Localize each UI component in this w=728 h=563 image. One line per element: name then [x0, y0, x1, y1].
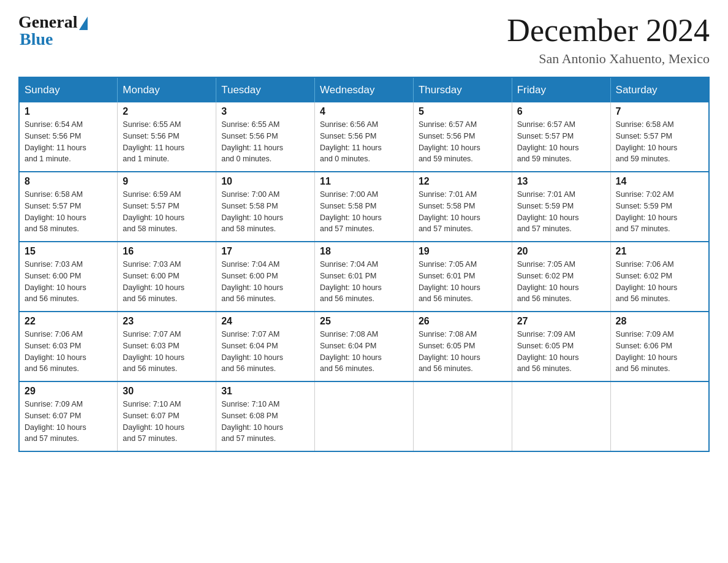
- day-cell: 7Sunrise: 6:58 AMSunset: 5:57 PMDaylight…: [610, 102, 709, 172]
- day-cell: 12Sunrise: 7:01 AMSunset: 5:58 PMDayligh…: [413, 172, 512, 242]
- page-header: General Blue December 2024 San Antonio X…: [18, 12, 710, 67]
- day-cell: 15Sunrise: 7:03 AMSunset: 6:00 PMDayligh…: [19, 242, 118, 312]
- day-cell: [610, 381, 709, 451]
- day-number: 8: [25, 176, 112, 187]
- day-cell: 26Sunrise: 7:08 AMSunset: 6:05 PMDayligh…: [413, 312, 512, 381]
- day-info: Sunrise: 7:00 AMSunset: 5:58 PMDaylight:…: [320, 189, 408, 235]
- day-number: 6: [517, 106, 605, 117]
- calendar-table: SundayMondayTuesdayWednesdayThursdayFrid…: [18, 77, 710, 452]
- location-label: San Antonio Xahuento, Mexico: [507, 51, 710, 67]
- day-number: 10: [221, 176, 309, 187]
- day-cell: 31Sunrise: 7:10 AMSunset: 6:08 PMDayligh…: [216, 381, 315, 451]
- day-cell: 22Sunrise: 7:06 AMSunset: 6:03 PMDayligh…: [19, 312, 118, 381]
- day-info: Sunrise: 6:55 AMSunset: 5:56 PMDaylight:…: [123, 119, 211, 165]
- day-cell: 4Sunrise: 6:56 AMSunset: 5:56 PMDaylight…: [315, 102, 414, 172]
- day-number: 27: [517, 316, 605, 327]
- day-cell: 19Sunrise: 7:05 AMSunset: 6:01 PMDayligh…: [413, 242, 512, 312]
- week-row-5: 29Sunrise: 7:09 AMSunset: 6:07 PMDayligh…: [19, 381, 709, 451]
- day-info: Sunrise: 6:58 AMSunset: 5:57 PMDaylight:…: [616, 119, 703, 165]
- month-title: December 2024: [507, 12, 710, 48]
- day-info: Sunrise: 7:04 AMSunset: 6:01 PMDaylight:…: [320, 259, 408, 305]
- col-header-sunday: Sunday: [19, 77, 118, 102]
- day-number: 5: [419, 106, 507, 117]
- day-number: 1: [25, 106, 112, 117]
- week-row-4: 22Sunrise: 7:06 AMSunset: 6:03 PMDayligh…: [19, 312, 709, 381]
- day-info: Sunrise: 7:06 AMSunset: 6:03 PMDaylight:…: [25, 329, 112, 375]
- day-number: 25: [320, 316, 408, 327]
- day-number: 24: [221, 316, 309, 327]
- day-cell: [315, 381, 414, 451]
- day-info: Sunrise: 7:01 AMSunset: 5:58 PMDaylight:…: [419, 189, 507, 235]
- week-row-2: 8Sunrise: 6:58 AMSunset: 5:57 PMDaylight…: [19, 172, 709, 242]
- day-info: Sunrise: 7:08 AMSunset: 6:05 PMDaylight:…: [419, 329, 507, 375]
- day-number: 31: [221, 386, 309, 397]
- day-cell: 2Sunrise: 6:55 AMSunset: 5:56 PMDaylight…: [118, 102, 216, 172]
- day-info: Sunrise: 7:07 AMSunset: 6:04 PMDaylight:…: [221, 329, 309, 375]
- day-info: Sunrise: 7:01 AMSunset: 5:59 PMDaylight:…: [517, 189, 605, 235]
- day-number: 9: [123, 176, 211, 187]
- day-info: Sunrise: 6:59 AMSunset: 5:57 PMDaylight:…: [123, 189, 211, 235]
- day-cell: 13Sunrise: 7:01 AMSunset: 5:59 PMDayligh…: [512, 172, 610, 242]
- day-number: 13: [517, 176, 605, 187]
- day-number: 18: [320, 246, 408, 257]
- logo: General Blue: [18, 12, 88, 49]
- day-cell: 8Sunrise: 6:58 AMSunset: 5:57 PMDaylight…: [19, 172, 118, 242]
- logo-blue-text: Blue: [20, 29, 53, 49]
- day-number: 19: [419, 246, 507, 257]
- day-cell: 25Sunrise: 7:08 AMSunset: 6:04 PMDayligh…: [315, 312, 414, 381]
- col-header-tuesday: Tuesday: [216, 77, 315, 102]
- day-cell: 10Sunrise: 7:00 AMSunset: 5:58 PMDayligh…: [216, 172, 315, 242]
- day-cell: 14Sunrise: 7:02 AMSunset: 5:59 PMDayligh…: [610, 172, 709, 242]
- day-cell: [512, 381, 610, 451]
- day-cell: 21Sunrise: 7:06 AMSunset: 6:02 PMDayligh…: [610, 242, 709, 312]
- day-info: Sunrise: 7:06 AMSunset: 6:02 PMDaylight:…: [616, 259, 703, 305]
- day-cell: 9Sunrise: 6:59 AMSunset: 5:57 PMDaylight…: [118, 172, 216, 242]
- day-info: Sunrise: 7:02 AMSunset: 5:59 PMDaylight:…: [616, 189, 703, 235]
- day-number: 30: [123, 386, 211, 397]
- day-number: 3: [221, 106, 309, 117]
- day-info: Sunrise: 7:07 AMSunset: 6:03 PMDaylight:…: [123, 329, 211, 375]
- day-number: 21: [616, 246, 703, 257]
- day-cell: 29Sunrise: 7:09 AMSunset: 6:07 PMDayligh…: [19, 381, 118, 451]
- day-number: 26: [419, 316, 507, 327]
- day-info: Sunrise: 7:10 AMSunset: 6:08 PMDaylight:…: [221, 399, 309, 445]
- day-info: Sunrise: 7:03 AMSunset: 6:00 PMDaylight:…: [25, 259, 112, 305]
- col-header-wednesday: Wednesday: [315, 77, 414, 102]
- col-header-thursday: Thursday: [413, 77, 512, 102]
- day-info: Sunrise: 7:09 AMSunset: 6:05 PMDaylight:…: [517, 329, 605, 375]
- day-cell: 3Sunrise: 6:55 AMSunset: 5:56 PMDaylight…: [216, 102, 315, 172]
- day-cell: 28Sunrise: 7:09 AMSunset: 6:06 PMDayligh…: [610, 312, 709, 381]
- day-cell: 11Sunrise: 7:00 AMSunset: 5:58 PMDayligh…: [315, 172, 414, 242]
- day-info: Sunrise: 7:05 AMSunset: 6:02 PMDaylight:…: [517, 259, 605, 305]
- day-number: 22: [25, 316, 112, 327]
- day-number: 11: [320, 176, 408, 187]
- day-number: 29: [25, 386, 112, 397]
- week-row-3: 15Sunrise: 7:03 AMSunset: 6:00 PMDayligh…: [19, 242, 709, 312]
- day-number: 16: [123, 246, 211, 257]
- day-cell: 23Sunrise: 7:07 AMSunset: 6:03 PMDayligh…: [118, 312, 216, 381]
- day-number: 7: [616, 106, 703, 117]
- day-cell: 1Sunrise: 6:54 AMSunset: 5:56 PMDaylight…: [19, 102, 118, 172]
- day-info: Sunrise: 7:10 AMSunset: 6:07 PMDaylight:…: [123, 399, 211, 445]
- day-info: Sunrise: 7:05 AMSunset: 6:01 PMDaylight:…: [419, 259, 507, 305]
- day-cell: 17Sunrise: 7:04 AMSunset: 6:00 PMDayligh…: [216, 242, 315, 312]
- day-number: 28: [616, 316, 703, 327]
- day-info: Sunrise: 7:00 AMSunset: 5:58 PMDaylight:…: [221, 189, 309, 235]
- day-number: 12: [419, 176, 507, 187]
- col-header-monday: Monday: [118, 77, 216, 102]
- day-number: 15: [25, 246, 112, 257]
- day-number: 23: [123, 316, 211, 327]
- day-cell: 20Sunrise: 7:05 AMSunset: 6:02 PMDayligh…: [512, 242, 610, 312]
- day-cell: 16Sunrise: 7:03 AMSunset: 6:00 PMDayligh…: [118, 242, 216, 312]
- day-info: Sunrise: 6:55 AMSunset: 5:56 PMDaylight:…: [221, 119, 309, 165]
- title-area: December 2024 San Antonio Xahuento, Mexi…: [507, 12, 710, 67]
- day-number: 4: [320, 106, 408, 117]
- day-info: Sunrise: 7:09 AMSunset: 6:07 PMDaylight:…: [25, 399, 112, 445]
- day-info: Sunrise: 6:57 AMSunset: 5:57 PMDaylight:…: [517, 119, 605, 165]
- header-row: SundayMondayTuesdayWednesdayThursdayFrid…: [19, 77, 709, 102]
- day-cell: 18Sunrise: 7:04 AMSunset: 6:01 PMDayligh…: [315, 242, 414, 312]
- day-number: 20: [517, 246, 605, 257]
- day-info: Sunrise: 6:56 AMSunset: 5:56 PMDaylight:…: [320, 119, 408, 165]
- day-number: 14: [616, 176, 703, 187]
- day-cell: [413, 381, 512, 451]
